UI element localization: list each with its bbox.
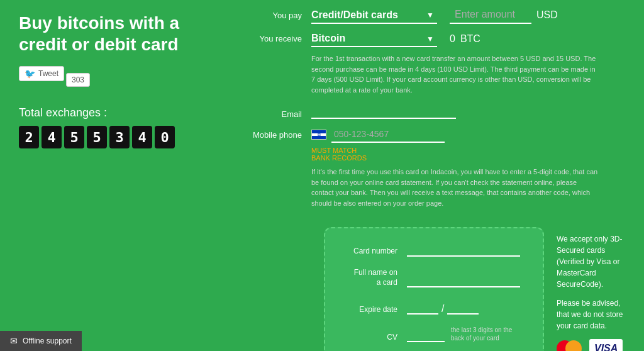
you-receive-label: You receive [252,34,302,43]
phone-label: Mobile phone [252,130,302,140]
visa-logo-icon: VISA [589,339,623,351]
btc-amount: 0 [450,33,455,45]
security-info: We accept only 3D-Secured cards (Verifie… [557,227,631,351]
expire-date-label: Expire date [341,305,397,315]
counter-digit: 4 [132,126,152,148]
phone-info-text: If it's the first time you use this card… [311,167,601,208]
cv-hint: the last 3 digits on the back of your ca… [451,326,514,342]
counter-digit: 4 [42,126,62,148]
expire-month-input[interactable] [407,299,438,315]
security-text-2: Please be advised, that we do not store … [557,298,631,332]
twitter-icon: 🐦 [25,69,35,79]
amount-currency-label: USD [536,9,558,21]
exchange-counter: 2 4 5 5 3 4 0 [19,126,226,148]
mastercard-logo-icon [557,340,584,351]
envelope-icon: ✉ [10,336,18,346]
pay-method-select-wrapper: Credit/Debit cards ▼ [311,7,437,24]
btc-unit-label: BTC [460,33,480,45]
card-logos: VISA [557,339,631,351]
receive-currency-select[interactable]: Bitcoin [311,30,437,47]
full-name-input[interactable] [407,272,520,287]
security-text-1: We accept only 3D-Secured cards (Verifie… [557,233,631,290]
phone-input[interactable] [331,126,445,143]
offline-support-label: Offline support [23,337,72,345]
counter-digit: 2 [19,126,39,148]
transaction-info-text: For the 1st transaction with a new card … [311,53,601,95]
counter-digit: 5 [87,126,107,148]
pay-method-select[interactable]: Credit/Debit cards [311,7,437,24]
offline-support-bar[interactable]: ✉ Offline support [0,331,82,351]
expire-year-input[interactable] [447,299,479,315]
card-number-input[interactable] [407,241,520,257]
email-label: Email [252,109,302,119]
expire-slash: / [441,303,444,315]
amount-input[interactable] [450,6,531,24]
must-match-notice: MUST MATCH BANK RECORDS [311,147,631,162]
counter-digit: 3 [109,126,130,148]
tweet-count: 303 [66,73,90,87]
israel-flag-icon: ✡ [311,130,326,140]
counter-digit: 5 [64,126,84,148]
card-number-label: Card number [341,247,397,257]
email-input[interactable] [311,103,456,119]
total-exchanges-label: Total exchanges : [19,106,226,120]
you-pay-label: You pay [252,11,302,20]
receive-currency-select-wrapper: Bitcoin ▼ [311,30,437,47]
cv-label: CV [341,333,397,343]
cv-input[interactable] [407,326,445,342]
card-form: Card number Full name ona card Expire da… [324,227,544,351]
page-title: Buy bitcoins with a credit or debit card [19,13,195,55]
full-name-label: Full name ona card [341,268,397,287]
counter-digit: 0 [155,126,175,148]
tweet-button[interactable]: 🐦 Tweet [19,66,64,81]
